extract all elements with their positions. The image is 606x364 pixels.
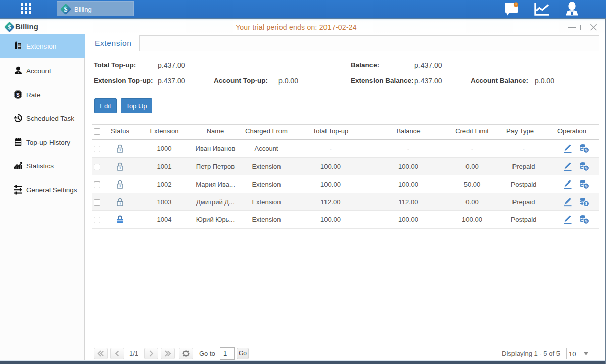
- svg-text:$: $: [8, 23, 11, 31]
- svg-text:$: $: [585, 148, 588, 152]
- svg-text:$: $: [585, 184, 588, 188]
- svg-text:$: $: [585, 219, 588, 223]
- svg-text:$: $: [585, 201, 588, 206]
- svg-text:$: $: [585, 166, 588, 170]
- svg-text:$: $: [64, 6, 68, 13]
- svg-text:$: $: [16, 92, 20, 98]
